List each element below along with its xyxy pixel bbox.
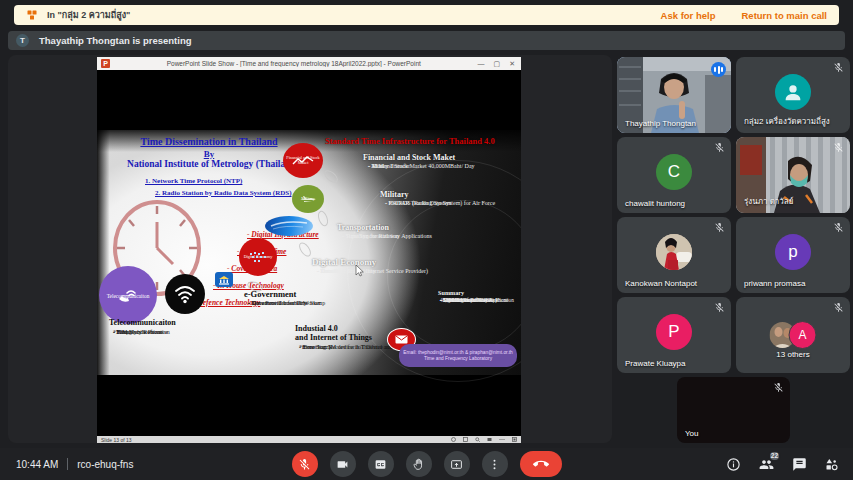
digital-economy-section-heading: Digital Economy: [312, 257, 376, 267]
participant-name: Kanokwan Nontapot: [625, 279, 697, 288]
envelope-icon: [395, 335, 408, 344]
powerpoint-window: P PowerPoint Slide Show - [Time and freq…: [97, 57, 521, 443]
letter-avatar: P: [656, 314, 692, 350]
wifi-icon: [173, 284, 197, 304]
chat-button[interactable]: [792, 457, 807, 472]
exit-slideshow-icon[interactable]: [512, 437, 517, 442]
military-section-heading: Military: [380, 190, 408, 199]
participant-tile-priwann[interactable]: p priwann promasa: [736, 217, 850, 293]
participant-tile-rungnapa[interactable]: รุ่งนภา ดาวัลย์: [736, 137, 850, 213]
airplane-icon: [299, 195, 317, 204]
train-illustration: [265, 216, 313, 236]
participant-name: กลุ่ม2 เครื่องวัดความถี่สูง: [744, 115, 830, 128]
participant-tile-others[interactable]: A 13 others: [736, 297, 850, 373]
email-line2: Time and Frequency Laboratory: [424, 356, 492, 361]
divider: [67, 458, 68, 470]
chat-icon: [792, 457, 807, 472]
participant-name: chawalit huntong: [625, 199, 685, 208]
meeting-code: rco-ehuq-fns: [77, 459, 133, 470]
return-to-main-call-button[interactable]: Return to main call: [741, 10, 827, 21]
meeting-panels: 22: [726, 448, 839, 480]
self-view-label: You: [685, 429, 699, 438]
black-screen-icon[interactable]: [487, 437, 492, 442]
slide-title-line1: Time Dissemination in Thailand: [103, 136, 315, 147]
participant-tile-prawate[interactable]: P Prawate Kluaypa: [617, 297, 731, 373]
presenting-text: Thayathip Thongtan is presenting: [39, 35, 192, 46]
mic-mute-button[interactable]: [292, 451, 318, 477]
mic-off-icon: [833, 62, 844, 73]
camera-button[interactable]: [330, 451, 356, 477]
powerpoint-statusbar: Slide 13 of 13: [97, 436, 521, 443]
breakout-rooms-icon: [26, 9, 38, 21]
powerpoint-window-title: PowerPoint Slide Show - [Time and freque…: [110, 60, 478, 67]
see-all-slides-icon[interactable]: [463, 437, 468, 442]
network-brain-icon: [248, 251, 268, 263]
presenting-banner: T Thayathip Thongtan is presenting: [8, 31, 845, 50]
more-slideshow-options-icon[interactable]: [499, 437, 505, 442]
breakout-room-label: In "กลุ่ม 2 ความถี่สูง": [47, 8, 130, 22]
activities-icon: [824, 457, 839, 472]
industrial-heading-line2: and Internet of Things: [295, 333, 372, 342]
maximize-icon[interactable]: ▢: [494, 60, 501, 67]
email-line1: Email: thephodin@nimt.or.th & piraphan@n…: [403, 350, 512, 355]
show-everyone-button[interactable]: 22: [758, 457, 775, 472]
mic-off-icon: [833, 142, 844, 153]
letter-avatar: p: [775, 234, 811, 270]
mic-off-icon: [298, 458, 311, 471]
mic-off-icon: [773, 382, 784, 393]
participant-tile-kanokwan[interactable]: Kanokwan Nontapot: [617, 217, 731, 293]
close-icon[interactable]: ✕: [509, 60, 515, 67]
present-button[interactable]: [444, 451, 470, 477]
activities-button[interactable]: [824, 457, 839, 472]
powerpoint-titlebar: P PowerPoint Slide Show - [Time and freq…: [97, 57, 521, 70]
slideshow-area: Time Dissemination in Thailand By Nation…: [97, 70, 521, 436]
raise-hand-icon: [412, 458, 425, 471]
captions-button[interactable]: [368, 451, 394, 477]
presenter-avatar: T: [16, 34, 29, 47]
call-controls: [292, 451, 562, 477]
person-icon: [782, 81, 804, 103]
present-screen-icon: [450, 458, 463, 471]
military-bubble: Military: [292, 185, 324, 213]
camera-icon: [336, 458, 349, 471]
end-call-button[interactable]: [520, 451, 562, 477]
email-contact-box: Email: thephodin@nimt.or.th & piraphan@n…: [399, 344, 517, 367]
mouse-cursor: [355, 264, 364, 277]
slide-right-title: Standard Time Infrastructure for Thailan…: [325, 136, 495, 146]
participant-tile-group2[interactable]: กลุ่ม2 เครื่องวัดความถี่สูง: [736, 57, 850, 133]
more-options-icon: [488, 458, 501, 471]
others-letter-avatar: A: [789, 321, 817, 349]
captions-icon: [374, 458, 387, 471]
participant-tile-chawalit[interactable]: C chawalit huntong: [617, 137, 731, 213]
breakout-room-banner: In "กลุ่ม 2 ความถี่สูง" Ask for help Ret…: [14, 5, 839, 25]
meeting-info: 10:44 AM rco-ehuq-fns: [16, 448, 133, 480]
powerpoint-icon: P: [101, 59, 110, 68]
participant-tile-thayathip[interactable]: Thayathip Thongtan: [617, 57, 731, 133]
audio-activity-indicator: [711, 62, 726, 77]
mic-off-icon: [714, 302, 725, 313]
phone-signal-icon: [115, 285, 141, 305]
telecom-heading: Telecommunicaiton: [109, 318, 176, 327]
participant-name: Thayathip Thongtan: [625, 119, 696, 128]
meeting-details-button[interactable]: [726, 457, 741, 472]
participant-name: Prawate Kluaypa: [625, 359, 685, 368]
info-icon: [726, 457, 741, 472]
raise-hand-button[interactable]: [406, 451, 432, 477]
zoom-tool-icon[interactable]: [475, 437, 480, 442]
mic-off-icon: [714, 222, 725, 233]
presentation-area: P PowerPoint Slide Show - [Time and freq…: [8, 55, 612, 443]
transportation-section-heading: Transportation: [337, 223, 389, 232]
financial-section-heading: Financial and Stock Maket: [363, 153, 455, 162]
pen-tool-icon[interactable]: [451, 437, 456, 442]
mic-off-icon: [714, 142, 725, 153]
participant-tile-you[interactable]: You: [677, 377, 790, 443]
telecommunication-bubble: Telecommunicaiton: [99, 266, 157, 324]
minimize-icon[interactable]: —: [478, 60, 485, 67]
more-options-button[interactable]: [482, 451, 508, 477]
digital-economy-bubble: Digital Economy: [239, 238, 277, 276]
bottom-bar: 10:44 AM rco-ehuq-fns 2: [0, 448, 853, 480]
ask-for-help-button[interactable]: Ask for help: [661, 10, 716, 21]
chain-link: [297, 240, 314, 258]
clock-time: 10:44 AM: [16, 459, 58, 470]
stock-chart-icon: [292, 156, 314, 166]
